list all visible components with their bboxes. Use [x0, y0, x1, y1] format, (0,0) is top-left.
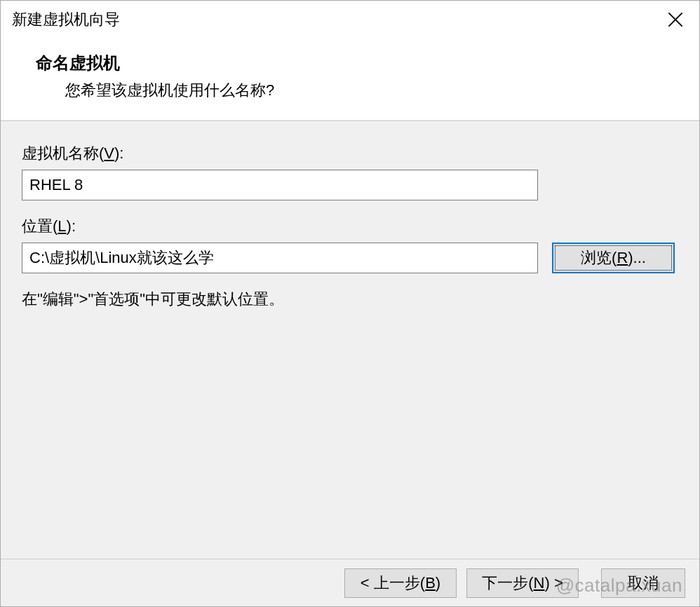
vmname-label-pre: 虚拟机名称( [22, 144, 104, 162]
location-label-pre: 位置( [22, 217, 58, 235]
close-button[interactable] [660, 4, 691, 35]
close-icon [668, 12, 683, 27]
window-title: 新建虚拟机向导 [12, 9, 120, 30]
back-post: ) [436, 574, 440, 592]
cancel-button[interactable]: 取消 [601, 568, 685, 598]
next-button[interactable]: 下一步(N) > [466, 568, 579, 598]
location-label-post: ): [67, 217, 76, 235]
titlebar: 新建虚拟机向导 [1, 1, 699, 38]
back-key: B [425, 574, 436, 592]
wizard-dialog: 新建虚拟机向导 命名虚拟机 您希望该虚拟机使用什么名称? 虚拟机名称(V): 位… [0, 0, 700, 607]
browse-button[interactable]: 浏览(R)... [552, 243, 675, 273]
page-title: 命名虚拟机 [36, 52, 664, 74]
location-label-key: L [58, 217, 66, 235]
wizard-footer: < 上一步(B) 下一步(N) > 取消 @catalpa.xuan [1, 559, 699, 606]
browse-pre: 浏览( [581, 249, 617, 266]
back-pre: < 上一步( [361, 574, 425, 592]
location-row: 浏览(R)... [22, 243, 678, 273]
vmname-label-post: ): [114, 144, 123, 162]
vmname-field-group: 虚拟机名称(V): [22, 143, 678, 200]
vmname-label: 虚拟机名称(V): [22, 143, 678, 164]
browse-key: R [617, 249, 628, 266]
page-subtitle: 您希望该虚拟机使用什么名称? [36, 80, 664, 101]
wizard-content: 虚拟机名称(V): 位置(L): 浏览(R)... 在"编辑">"首选项"中可更… [1, 121, 699, 559]
back-button[interactable]: < 上一步(B) [344, 568, 457, 598]
next-pre: 下一步( [482, 574, 533, 592]
next-post: ) > [544, 574, 563, 592]
location-input[interactable] [22, 243, 538, 273]
location-label: 位置(L): [22, 216, 678, 237]
vmname-input[interactable] [22, 170, 538, 200]
vmname-label-key: V [104, 144, 114, 162]
wizard-header: 命名虚拟机 您希望该虚拟机使用什么名称? [1, 38, 699, 121]
location-field-group: 位置(L): 浏览(R)... [22, 216, 678, 273]
browse-post: )... [628, 249, 646, 266]
location-hint: 在"编辑">"首选项"中可更改默认位置。 [22, 289, 678, 310]
next-key: N [534, 574, 545, 592]
